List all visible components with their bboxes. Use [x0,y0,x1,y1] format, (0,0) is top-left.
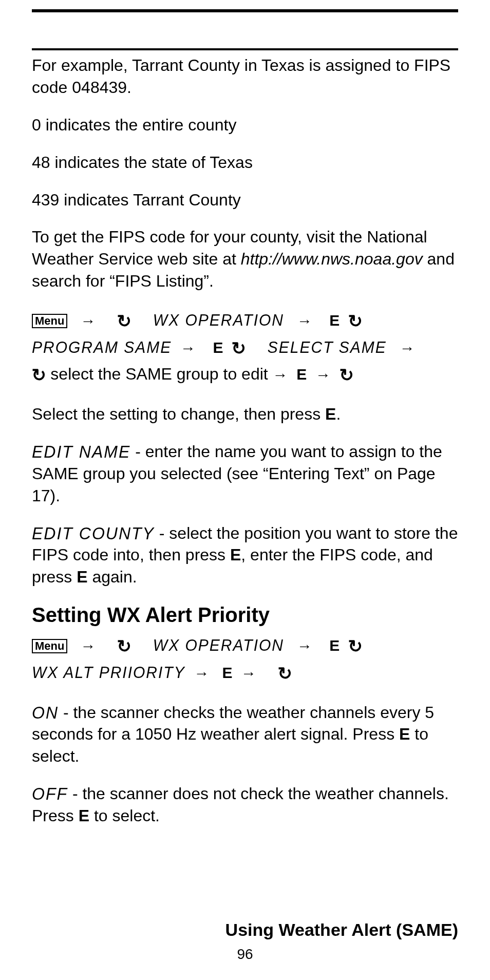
lcd-wx-operation: WX OPERATION [153,308,284,333]
rotate-icon: ↺ [32,362,46,389]
lcd-edit-name: EDIT NAME [32,440,130,463]
key-e: E [399,725,410,743]
paragraph-edit-name: EDIT NAME - enter the name you want to a… [32,441,458,507]
rotate-icon: ↺ [117,633,131,660]
paragraph-439-tarrant: 439 indicates Tarrant County [32,189,458,211]
text: Select the setting to change, then press [32,405,325,423]
heading-wx-alert-priority: Setting WX Alert Priority [32,604,458,627]
arrow-icon: → [273,363,288,387]
key-e: E [213,339,223,356]
key-e: E [296,366,307,383]
arrow-icon: → [297,634,312,658]
paragraph-on: ON - the scanner checks the weather chan… [32,702,458,768]
arrow-icon: → [80,634,96,658]
arrow-icon: → [315,363,331,387]
paragraph-select-setting: Select the setting to change, then press… [32,403,458,425]
text: to select. [89,806,160,825]
paragraph-off: OFF - the scanner does not check the wea… [32,783,458,827]
key-e: E [329,312,340,329]
text: - the scanner checks the weather channel… [32,703,434,744]
arrow-icon: → [80,309,96,333]
text-select-group: select the SAME group to edit [50,365,272,383]
menu-button-icon: Menu [32,314,67,328]
nws-url: http://www.nws.noaa.gov [241,250,423,268]
text: . [336,405,341,423]
lcd-on: ON [32,701,59,724]
paragraph-edit-county: EDIT COUNTY - select the position you wa… [32,522,458,589]
lcd-program-same: PROGRAM SAME [32,335,172,361]
rotate-icon: ↺ [278,660,292,687]
arrow-icon: → [194,662,209,686]
nav-sequence-wx-priority: Menu → ↺ WX OPERATION → E ↺ WX ALT PRIIO… [32,633,458,687]
lcd-off: OFF [32,782,68,805]
lcd-edit-county: EDIT COUNTY [32,521,155,544]
rotate-icon: ↺ [232,335,246,362]
arrow-icon: → [180,336,196,361]
key-e: E [77,568,87,586]
page-number: 96 [0,946,490,963]
top-rule-thin [32,48,458,50]
arrow-icon: → [400,336,415,361]
arrow-icon: → [297,309,312,333]
lcd-wx-alt-priority: WX ALT PRIIORITY [32,661,185,686]
key-e: E [329,637,340,654]
paragraph-0-county: 0 indicates the entire county [32,114,458,136]
key-e: E [230,545,241,564]
rotate-icon: ↺ [340,362,354,389]
menu-button-icon: Menu [32,639,67,653]
lcd-select-same: SELECT SAME [268,335,387,361]
top-rule-thick [32,9,458,12]
rotate-icon: ↺ [348,308,363,335]
paragraph-48-texas: 48 indicates the state of Texas [32,152,458,174]
arrow-icon: → [241,662,256,686]
key-e: E [222,664,232,681]
key-e: E [325,405,336,423]
rotate-icon: ↺ [117,308,131,335]
footer-section-title: Using Weather Alert (SAME) [225,920,458,940]
rotate-icon: ↺ [348,633,363,660]
paragraph-nws-site: To get the FIPS code for your county, vi… [32,226,458,292]
paragraph-fips-example: For example, Tarrant County in Texas is … [32,54,458,99]
text: again. [87,568,137,586]
nav-sequence-same: Menu → ↺ WX OPERATION → E ↺ PROGRAM SAME… [32,308,458,389]
lcd-wx-operation: WX OPERATION [153,633,284,658]
key-e: E [79,806,89,825]
page: For example, Tarrant County in Texas is … [0,0,490,980]
